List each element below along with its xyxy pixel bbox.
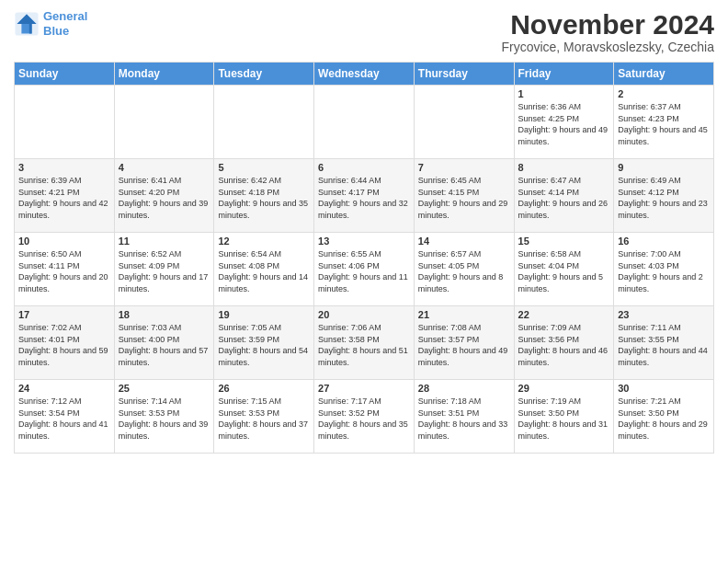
calendar-cell: 25Sunrise: 7:14 AM Sunset: 3:53 PM Dayli… bbox=[114, 380, 214, 454]
day-number: 26 bbox=[218, 383, 310, 394]
calendar-cell: 23Sunrise: 7:11 AM Sunset: 3:55 PM Dayli… bbox=[614, 306, 714, 380]
day-number: 6 bbox=[318, 162, 410, 173]
col-saturday: Saturday bbox=[614, 63, 714, 86]
day-info: Sunrise: 6:36 AM Sunset: 4:25 PM Dayligh… bbox=[518, 101, 610, 147]
header: General Blue November 2024 Frycovice, Mo… bbox=[14, 9, 714, 54]
day-number: 7 bbox=[418, 162, 510, 173]
day-number: 21 bbox=[418, 309, 510, 320]
day-info: Sunrise: 6:49 AM Sunset: 4:12 PM Dayligh… bbox=[618, 175, 710, 221]
day-number: 19 bbox=[218, 309, 310, 320]
calendar-cell bbox=[414, 86, 514, 159]
day-number: 18 bbox=[119, 309, 210, 320]
day-number: 2 bbox=[618, 88, 710, 99]
day-info: Sunrise: 6:50 AM Sunset: 4:11 PM Dayligh… bbox=[18, 248, 110, 294]
col-thursday: Thursday bbox=[414, 63, 514, 86]
day-number: 3 bbox=[18, 162, 110, 173]
day-number: 30 bbox=[618, 383, 710, 394]
calendar-cell: 29Sunrise: 7:19 AM Sunset: 3:50 PM Dayli… bbox=[514, 380, 614, 454]
calendar-cell: 12Sunrise: 6:54 AM Sunset: 4:08 PM Dayli… bbox=[214, 233, 314, 306]
day-info: Sunrise: 7:03 AM Sunset: 4:00 PM Dayligh… bbox=[119, 322, 210, 368]
day-number: 25 bbox=[119, 383, 210, 394]
calendar-cell: 26Sunrise: 7:15 AM Sunset: 3:53 PM Dayli… bbox=[214, 380, 314, 454]
title-area: November 2024 Frycovice, Moravskoslezsky… bbox=[501, 9, 714, 54]
day-info: Sunrise: 6:57 AM Sunset: 4:05 PM Dayligh… bbox=[418, 248, 510, 294]
day-info: Sunrise: 6:45 AM Sunset: 4:15 PM Dayligh… bbox=[418, 175, 510, 221]
calendar-cell: 11Sunrise: 6:52 AM Sunset: 4:09 PM Dayli… bbox=[114, 233, 214, 306]
day-number: 4 bbox=[119, 162, 210, 173]
day-info: Sunrise: 7:02 AM Sunset: 4:01 PM Dayligh… bbox=[18, 322, 110, 368]
day-info: Sunrise: 7:18 AM Sunset: 3:51 PM Dayligh… bbox=[418, 396, 510, 442]
calendar-cell: 22Sunrise: 7:09 AM Sunset: 3:56 PM Dayli… bbox=[514, 306, 614, 380]
calendar-cell: 19Sunrise: 7:05 AM Sunset: 3:59 PM Dayli… bbox=[214, 306, 314, 380]
day-info: Sunrise: 7:08 AM Sunset: 3:57 PM Dayligh… bbox=[418, 322, 510, 368]
day-info: Sunrise: 7:06 AM Sunset: 3:58 PM Dayligh… bbox=[318, 322, 410, 368]
calendar-cell: 30Sunrise: 7:21 AM Sunset: 3:50 PM Dayli… bbox=[614, 380, 714, 454]
calendar-cell: 14Sunrise: 6:57 AM Sunset: 4:05 PM Dayli… bbox=[414, 233, 514, 306]
calendar-cell: 5Sunrise: 6:42 AM Sunset: 4:18 PM Daylig… bbox=[214, 159, 314, 233]
calendar-cell: 20Sunrise: 7:06 AM Sunset: 3:58 PM Dayli… bbox=[314, 306, 415, 380]
day-info: Sunrise: 6:58 AM Sunset: 4:04 PM Dayligh… bbox=[518, 248, 610, 294]
calendar-cell: 17Sunrise: 7:02 AM Sunset: 4:01 PM Dayli… bbox=[15, 306, 115, 380]
col-sunday: Sunday bbox=[15, 63, 115, 86]
calendar-cell: 18Sunrise: 7:03 AM Sunset: 4:00 PM Dayli… bbox=[114, 306, 214, 380]
calendar-cell: 27Sunrise: 7:17 AM Sunset: 3:52 PM Dayli… bbox=[314, 380, 415, 454]
calendar-cell: 21Sunrise: 7:08 AM Sunset: 3:57 PM Dayli… bbox=[414, 306, 514, 380]
calendar-cell: 9Sunrise: 6:49 AM Sunset: 4:12 PM Daylig… bbox=[614, 159, 714, 233]
calendar-week-4: 17Sunrise: 7:02 AM Sunset: 4:01 PM Dayli… bbox=[15, 306, 714, 380]
calendar-table: Sunday Monday Tuesday Wednesday Thursday… bbox=[14, 62, 714, 454]
col-friday: Friday bbox=[514, 63, 614, 86]
calendar-body: 1Sunrise: 6:36 AM Sunset: 4:25 PM Daylig… bbox=[15, 86, 714, 454]
day-number: 10 bbox=[18, 236, 110, 247]
day-info: Sunrise: 7:00 AM Sunset: 4:03 PM Dayligh… bbox=[618, 248, 710, 294]
calendar-cell: 16Sunrise: 7:00 AM Sunset: 4:03 PM Dayli… bbox=[614, 233, 714, 306]
calendar-cell: 15Sunrise: 6:58 AM Sunset: 4:04 PM Dayli… bbox=[514, 233, 614, 306]
calendar-cell: 10Sunrise: 6:50 AM Sunset: 4:11 PM Dayli… bbox=[15, 233, 115, 306]
calendar-cell: 7Sunrise: 6:45 AM Sunset: 4:15 PM Daylig… bbox=[414, 159, 514, 233]
day-number: 28 bbox=[418, 383, 510, 394]
day-info: Sunrise: 6:41 AM Sunset: 4:20 PM Dayligh… bbox=[119, 175, 210, 221]
calendar-cell bbox=[114, 86, 214, 159]
logo-text: General Blue bbox=[43, 9, 87, 38]
day-info: Sunrise: 7:21 AM Sunset: 3:50 PM Dayligh… bbox=[618, 396, 710, 442]
day-number: 29 bbox=[518, 383, 610, 394]
calendar-cell: 2Sunrise: 6:37 AM Sunset: 4:23 PM Daylig… bbox=[614, 86, 714, 159]
day-info: Sunrise: 6:54 AM Sunset: 4:08 PM Dayligh… bbox=[218, 248, 310, 294]
day-info: Sunrise: 6:55 AM Sunset: 4:06 PM Dayligh… bbox=[318, 248, 410, 294]
day-info: Sunrise: 7:05 AM Sunset: 3:59 PM Dayligh… bbox=[218, 322, 310, 368]
day-number: 9 bbox=[618, 162, 710, 173]
calendar-week-5: 24Sunrise: 7:12 AM Sunset: 3:54 PM Dayli… bbox=[15, 380, 714, 454]
col-wednesday: Wednesday bbox=[314, 63, 415, 86]
col-tuesday: Tuesday bbox=[214, 63, 314, 86]
calendar-cell: 8Sunrise: 6:47 AM Sunset: 4:14 PM Daylig… bbox=[514, 159, 614, 233]
calendar-week-3: 10Sunrise: 6:50 AM Sunset: 4:11 PM Dayli… bbox=[15, 233, 714, 306]
day-number: 14 bbox=[418, 236, 510, 247]
day-info: Sunrise: 6:47 AM Sunset: 4:14 PM Dayligh… bbox=[518, 175, 610, 221]
day-info: Sunrise: 6:44 AM Sunset: 4:17 PM Dayligh… bbox=[318, 175, 410, 221]
col-monday: Monday bbox=[114, 63, 214, 86]
day-number: 27 bbox=[318, 383, 410, 394]
calendar-cell: 13Sunrise: 6:55 AM Sunset: 4:06 PM Dayli… bbox=[314, 233, 415, 306]
day-info: Sunrise: 7:15 AM Sunset: 3:53 PM Dayligh… bbox=[218, 396, 310, 442]
day-number: 12 bbox=[218, 236, 310, 247]
day-number: 11 bbox=[119, 236, 210, 247]
day-number: 17 bbox=[18, 309, 110, 320]
calendar-cell: 1Sunrise: 6:36 AM Sunset: 4:25 PM Daylig… bbox=[514, 86, 614, 159]
header-row: Sunday Monday Tuesday Wednesday Thursday… bbox=[15, 63, 714, 86]
day-info: Sunrise: 6:52 AM Sunset: 4:09 PM Dayligh… bbox=[119, 248, 210, 294]
calendar-cell: 4Sunrise: 6:41 AM Sunset: 4:20 PM Daylig… bbox=[114, 159, 214, 233]
calendar-cell: 6Sunrise: 6:44 AM Sunset: 4:17 PM Daylig… bbox=[314, 159, 415, 233]
day-number: 1 bbox=[518, 88, 610, 99]
day-info: Sunrise: 7:09 AM Sunset: 3:56 PM Dayligh… bbox=[518, 322, 610, 368]
day-number: 24 bbox=[18, 383, 110, 394]
calendar-week-2: 3Sunrise: 6:39 AM Sunset: 4:21 PM Daylig… bbox=[15, 159, 714, 233]
calendar-header: Sunday Monday Tuesday Wednesday Thursday… bbox=[15, 63, 714, 86]
page-container: General Blue November 2024 Frycovice, Mo… bbox=[0, 0, 728, 563]
calendar-week-1: 1Sunrise: 6:36 AM Sunset: 4:25 PM Daylig… bbox=[15, 86, 714, 159]
day-info: Sunrise: 7:17 AM Sunset: 3:52 PM Dayligh… bbox=[318, 396, 410, 442]
logo-icon bbox=[14, 11, 40, 37]
calendar-cell: 3Sunrise: 6:39 AM Sunset: 4:21 PM Daylig… bbox=[15, 159, 115, 233]
day-info: Sunrise: 7:12 AM Sunset: 3:54 PM Dayligh… bbox=[18, 396, 110, 442]
month-title: November 2024 bbox=[501, 9, 714, 40]
calendar-cell bbox=[214, 86, 314, 159]
logo: General Blue bbox=[14, 9, 87, 38]
